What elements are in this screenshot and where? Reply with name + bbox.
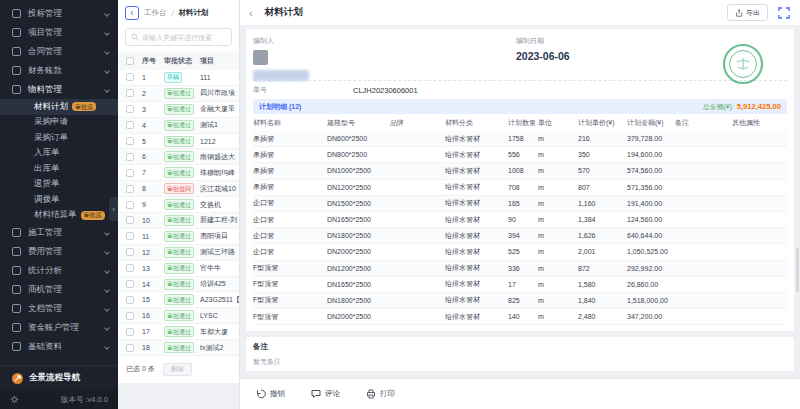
breadcrumb-root[interactable]: 工作台 xyxy=(144,8,167,18)
undo-button[interactable]: 撤销 xyxy=(256,389,285,399)
scrollbar-thumb[interactable] xyxy=(796,248,799,292)
list-row[interactable]: 5 审批通过 1212 xyxy=(118,134,239,150)
delete-button[interactable]: 删除 xyxy=(163,363,192,376)
sidebar-item[interactable]: 入库单 xyxy=(0,146,118,162)
search-box[interactable] xyxy=(125,28,232,46)
back-button[interactable]: ‹ xyxy=(125,6,139,20)
sidebar-item[interactable]: 费用管理 xyxy=(0,242,118,261)
row-checkbox[interactable] xyxy=(126,201,134,209)
row-checkbox[interactable] xyxy=(126,232,134,240)
sidebar-item[interactable]: 材料计划 审批流 xyxy=(0,99,118,115)
sidebar-item[interactable]: 资金账户管理 xyxy=(0,318,118,337)
undo-label: 撤销 xyxy=(270,389,285,399)
list-row[interactable]: 8 审批驳回 滨江花城10 xyxy=(118,181,239,197)
row-checkbox[interactable] xyxy=(126,312,134,320)
sidebar-item[interactable]: 采购申请 xyxy=(0,115,118,131)
row-checkbox[interactable] xyxy=(126,137,134,145)
list-row[interactable]: 12 审批通过 测试三环路 xyxy=(118,245,239,261)
material-row[interactable]: 承插管 DN1200*2500 给排水管材 708 m 807 571,356.… xyxy=(253,180,787,196)
list-row[interactable]: 15 审批通过 A23G2511【 xyxy=(118,292,239,308)
cell-spec: DN1650*2500 xyxy=(327,281,390,288)
list-row[interactable]: 18 审批通过 tx测试2 xyxy=(118,340,239,356)
list-row[interactable]: 3 审批通过 金融大厦采 xyxy=(118,102,239,118)
sidebar-item[interactable]: 出库单 xyxy=(0,161,118,177)
row-checkbox[interactable] xyxy=(126,153,134,161)
process-nav-label: 全景流程导航 xyxy=(29,372,80,384)
sidebar-item[interactable]: 施工管理 xyxy=(0,223,118,242)
list-row[interactable]: 7 审批通过 珠穆朗玛峰 xyxy=(118,165,239,181)
approval-flow-badge: 审批流 xyxy=(72,102,96,111)
list-row[interactable]: 4 审批通过 测试1 xyxy=(118,118,239,134)
cell-spec: DN2000*2500 xyxy=(327,248,390,255)
row-checkbox[interactable] xyxy=(126,185,134,193)
sidebar-item[interactable]: 物料管理 xyxy=(0,80,118,99)
sidebar-item[interactable]: 材料结算单 审批流 xyxy=(0,208,118,224)
list-row[interactable]: 13 审批通过 官牛牛 xyxy=(118,261,239,277)
cell-quantity: 90 xyxy=(508,216,538,223)
export-button[interactable]: 导出 xyxy=(727,4,768,21)
list-row[interactable]: 14 审批通过 培训425 xyxy=(118,277,239,293)
row-checkbox[interactable] xyxy=(126,216,134,224)
row-checkbox[interactable] xyxy=(126,73,134,81)
material-row[interactable]: 承插管 DN1000*2500 给排水管材 1008 m 570 574,560… xyxy=(253,163,787,179)
row-checkbox[interactable] xyxy=(126,328,134,336)
material-row[interactable]: F型顶管 DN2000*2500 给排水管材 140 m 2,480 347,2… xyxy=(253,309,787,325)
tab-plan-detail[interactable]: 计划明细 (12) xyxy=(259,102,301,112)
remark-card: 备注 暂无备注 xyxy=(246,337,794,371)
sidebar-item[interactable]: 合同管理 xyxy=(0,42,118,61)
material-row[interactable]: 企口管 DN2000*2500 给排水管材 525 m 2,001 1,050,… xyxy=(253,244,787,260)
select-all-checkbox[interactable] xyxy=(126,57,134,65)
row-checkbox[interactable] xyxy=(126,169,134,177)
sidebar-item[interactable]: 商机管理 xyxy=(0,280,118,299)
sidebar-item[interactable]: 投标管理 xyxy=(0,4,118,23)
material-row[interactable]: 承插管 DN600*2500 给排水管材 1758 m 216 379,728.… xyxy=(253,131,787,147)
row-checkbox[interactable] xyxy=(126,264,134,272)
fullscreen-icon[interactable] xyxy=(777,6,791,20)
row-checkbox[interactable] xyxy=(126,248,134,256)
sidebar-item[interactable]: 项目管理 xyxy=(0,23,118,42)
list-row[interactable]: 6 审批通过 南钢盛达大 xyxy=(118,149,239,165)
list-row[interactable]: 10 审批通过 新建工程-刘 xyxy=(118,213,239,229)
print-button[interactable]: 打印 xyxy=(366,389,395,399)
sidebar-item[interactable]: 财务账款 xyxy=(0,61,118,80)
row-checkbox[interactable] xyxy=(126,296,134,304)
list-row[interactable]: 17 审批通过 车都大厦 xyxy=(118,324,239,340)
detail-back-icon[interactable]: ‹ xyxy=(249,7,253,19)
material-row[interactable]: 企口管 DN1500*2500 给排水管材 165 m 1,160 191,40… xyxy=(253,196,787,212)
search-input[interactable] xyxy=(142,34,226,41)
row-project: 测试三环路 xyxy=(200,247,239,257)
material-row[interactable]: 承插管 DN800*2500 给排水管材 556 m 350 194,600.0… xyxy=(253,147,787,163)
comment-button[interactable]: 评论 xyxy=(311,389,340,399)
material-row[interactable]: F型顶管 DN1800*2500 给排水管材 825 m 1,840 1,518… xyxy=(253,293,787,309)
row-checkbox[interactable] xyxy=(126,121,134,129)
cell-unit: m xyxy=(538,248,578,255)
process-nav[interactable]: 全景流程导航 xyxy=(0,365,118,390)
cell-quantity: 165 xyxy=(508,200,538,207)
cell-amount: 574,560.00 xyxy=(627,167,675,174)
sidebar-item[interactable]: 调拨单 xyxy=(0,192,118,208)
cell-spec: DN1200*2500 xyxy=(327,184,390,191)
row-checkbox[interactable] xyxy=(126,280,134,288)
sidebar-item[interactable]: 退货单 xyxy=(0,177,118,193)
chevron-down-icon xyxy=(104,30,110,36)
row-checkbox[interactable] xyxy=(126,344,134,352)
material-row[interactable]: F型顶管 DN1200*2500 给排水管材 336 m 872 292,992… xyxy=(253,261,787,277)
cell-unit: m xyxy=(538,167,578,174)
sidebar-item[interactable]: 基础资料 xyxy=(0,337,118,356)
material-row[interactable]: F型顶管 DN1650*2500 给排水管材 17 m 1,580 26,860… xyxy=(253,277,787,293)
material-row[interactable]: 企口管 DN1800*2500 给排水管材 394 m 1,626 640,64… xyxy=(253,228,787,244)
list-row[interactable]: 2 审批通过 四川市政项 xyxy=(118,86,239,102)
row-project: 111 xyxy=(200,74,239,81)
sidebar-item[interactable]: 采购订单 xyxy=(0,130,118,146)
row-checkbox[interactable] xyxy=(126,89,134,97)
list-row[interactable]: 1 草稿 111 xyxy=(118,70,239,86)
sidebar-item[interactable]: 文档管理 xyxy=(0,299,118,318)
list-row[interactable]: 11 审批通过 惠阳项目 xyxy=(118,229,239,245)
list-row[interactable]: 9 审批通过 交换机 xyxy=(118,197,239,213)
material-row[interactable]: 企口管 DN1650*2500 给排水管材 90 m 1,384 124,560… xyxy=(253,212,787,228)
gear-icon[interactable] xyxy=(10,395,19,404)
list-row[interactable]: 16 审批通过 LYSC xyxy=(118,308,239,324)
row-checkbox[interactable] xyxy=(126,105,134,113)
sidebar-item[interactable]: 统计分析 xyxy=(0,261,118,280)
sidebar-collapse-handle[interactable]: ‹ xyxy=(109,197,118,221)
